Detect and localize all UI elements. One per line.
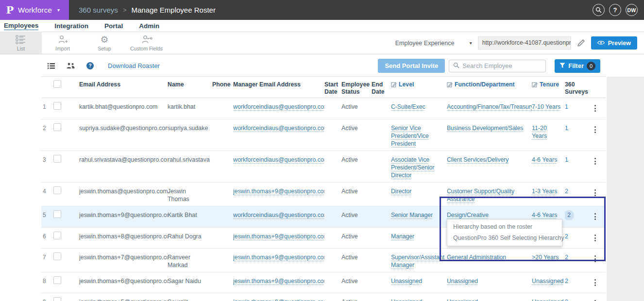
surveys-count-link[interactable]: 1 — [565, 156, 568, 163]
toolbar-list-label: List — [17, 46, 25, 51]
cell-manager-email-value[interactable]: jeswin.thomas+9@questionpro.com — [233, 254, 324, 261]
cell-function-value[interactable]: Design/Creative — [447, 212, 489, 218]
cell-function-value[interactable]: Unassigned — [447, 299, 478, 301]
row-checkbox[interactable] — [53, 232, 61, 239]
cell-level-value[interactable]: Supervisor/Assistant Manager — [391, 254, 444, 268]
cell-manager-email-value[interactable]: workforceindiaus@questionpro.com — [233, 103, 324, 110]
help-icon[interactable]: ? — [609, 4, 621, 16]
cell-level-value[interactable]: Associate Vice President/Senior Director — [391, 156, 434, 179]
cell-tenure: 1-3 Years — [532, 183, 565, 206]
table-row: 4jeswin.thomas@questionpro.comJeswin Tho… — [41, 183, 606, 206]
cell-function-value[interactable]: Client Services/Delivery — [447, 156, 508, 163]
cell-level-value[interactable]: Unassigned — [391, 299, 422, 301]
toolbar-list-button[interactable]: List — [0, 32, 42, 54]
portal-url-field[interactable]: http://workforce-41087.questionpro.co — [478, 36, 571, 50]
preview-button[interactable]: Preview — [591, 36, 637, 50]
cell-manager-email-value[interactable]: workforceindiaus@questionpro.com — [233, 212, 324, 218]
cell-surveys-count: 2 — [565, 293, 588, 301]
cell-manager-email-value[interactable]: workforceindiaus@questionpro.com — [233, 156, 324, 163]
cell-level-value[interactable]: Manager — [391, 233, 414, 240]
cell-level-value[interactable]: Senior Manager — [391, 212, 433, 218]
row-menu-button[interactable] — [588, 183, 606, 206]
row-checkbox[interactable] — [53, 276, 61, 284]
toolbar-custom-fields-button[interactable]: Custom Fields — [125, 32, 168, 54]
cell-manager-email-value[interactable]: jeswin.thomas+9@questionpro.com — [233, 233, 324, 240]
surveys-count-link[interactable]: 1 — [565, 103, 568, 110]
row-menu-button[interactable] — [588, 151, 606, 182]
select-all-checkbox[interactable] — [53, 80, 61, 88]
toolbar-import-button[interactable]: Import — [42, 32, 84, 54]
tab-admin[interactable]: Admin — [139, 22, 159, 30]
cell-tenure-value[interactable]: 4-6 Years — [532, 156, 557, 163]
cell-function-value[interactable]: Customer Support/Quality Assurance — [447, 188, 514, 202]
cell-level-value[interactable]: Unassigned — [391, 278, 422, 284]
hierarchy-option-self-selecting[interactable]: QuestionPro 360 Self Selecting Hierarchy — [447, 233, 562, 244]
view-list-icon[interactable] — [48, 63, 55, 69]
cell-manager-email-value[interactable]: jeswin.thomas+9@questionpro.com — [233, 299, 324, 301]
row-menu-button[interactable] — [588, 293, 606, 301]
edit-url-button[interactable] — [577, 39, 585, 47]
row-checkbox[interactable] — [53, 102, 61, 110]
surveys-count-link[interactable]: 2 — [565, 233, 568, 240]
cell-name: Kartik Bhat — [168, 206, 212, 227]
row-menu-button[interactable] — [588, 119, 606, 150]
row-menu-button[interactable] — [588, 206, 606, 227]
row-checkbox[interactable] — [53, 297, 61, 301]
cell-manager-email-value[interactable]: jeswin.thomas+9@questionpro.com — [233, 278, 324, 284]
workforce-product-menu[interactable]: P Workforce ▾ — [0, 0, 69, 20]
row-menu-button[interactable] — [588, 228, 606, 248]
surveys-count-link[interactable]: 2 — [565, 254, 568, 261]
row-checkbox[interactable] — [53, 155, 61, 163]
surveys-count-link[interactable]: 2 — [565, 299, 568, 301]
row-menu-button[interactable] — [588, 249, 606, 272]
surveys-count-link[interactable]: 1 — [565, 125, 568, 132]
tab-employees[interactable]: Employees — [4, 22, 38, 30]
cell-end-date — [372, 151, 391, 182]
cell-function-value[interactable]: Business Development/Sales — [447, 125, 523, 132]
cell-function-value[interactable]: Accounting/Finance/Tax/Treasury — [447, 103, 532, 110]
cell-manager-email-value[interactable]: jeswin.thomas+9@questionpro.com — [233, 188, 324, 195]
cell-tenure-value[interactable]: 7-10 Years — [532, 103, 560, 110]
hierarchy-option-roster[interactable]: Hierarchy based on the roster — [447, 221, 562, 233]
row-menu-button[interactable] — [588, 272, 606, 293]
cell-tenure-value[interactable]: 4-6 Years — [532, 212, 557, 218]
cell-tenure-value[interactable]: Unassigned — [532, 299, 563, 301]
survey-select[interactable]: Employee Experience ▾ — [395, 40, 472, 47]
row-menu-button[interactable] — [588, 98, 606, 119]
cell-function-value[interactable]: General Administration — [447, 254, 506, 261]
cell-function-value[interactable]: Unassigned — [447, 278, 478, 284]
send-portal-invite-button[interactable]: Send Portal Invite — [378, 59, 445, 73]
roster-help-icon[interactable]: ? — [86, 62, 94, 69]
breadcrumb-360-surveys[interactable]: 360 surveys — [79, 6, 118, 14]
cell-level-value[interactable]: C-Suite/Exec — [391, 103, 425, 110]
surveys-count-link[interactable]: 2 — [565, 188, 568, 195]
cell-level-value[interactable]: Director — [391, 188, 411, 195]
cell-level-value[interactable]: Senior Vice President/Vice President — [391, 125, 429, 147]
row-checkbox[interactable] — [53, 186, 61, 194]
kebab-menu-icon — [594, 279, 596, 290]
row-checkbox[interactable] — [53, 252, 61, 260]
search-employee-input[interactable] — [462, 62, 540, 69]
hierarchy-dropdown: Hierarchy based on the roster QuestionPr… — [447, 219, 562, 246]
search-icon[interactable] — [593, 4, 605, 16]
tab-portal[interactable]: Portal — [104, 22, 123, 30]
cell-end-date — [372, 206, 391, 227]
cell-tenure-value[interactable]: 1-3 Years — [532, 188, 557, 195]
avatar[interactable]: DW — [626, 4, 638, 16]
header-tenure[interactable]: Tenure — [532, 77, 565, 98]
header-function-department[interactable]: Function/Department — [447, 77, 532, 98]
surveys-count-link[interactable]: 2 — [565, 210, 574, 220]
toolbar-setup-button[interactable]: ⚙ Setup — [84, 32, 125, 54]
row-checkbox[interactable] — [53, 123, 61, 131]
filter-button[interactable]: Filter 0 — [555, 59, 600, 73]
row-checkbox[interactable] — [53, 210, 61, 218]
tab-integration[interactable]: Integration — [54, 22, 88, 30]
cell-tenure-value[interactable]: 11-20 Years — [532, 125, 547, 139]
cell-tenure-value[interactable]: >20 Years — [532, 254, 559, 261]
cell-manager-email-value[interactable]: workforceindiaus@questionpro.com — [233, 125, 324, 132]
cell-tenure-value[interactable]: Unassigned — [532, 278, 563, 284]
download-roster-link[interactable]: Download Roaster — [108, 62, 160, 69]
team-view-icon[interactable] — [67, 63, 75, 69]
surveys-count-link[interactable]: 2 — [565, 278, 568, 284]
header-level[interactable]: Level — [391, 77, 447, 98]
